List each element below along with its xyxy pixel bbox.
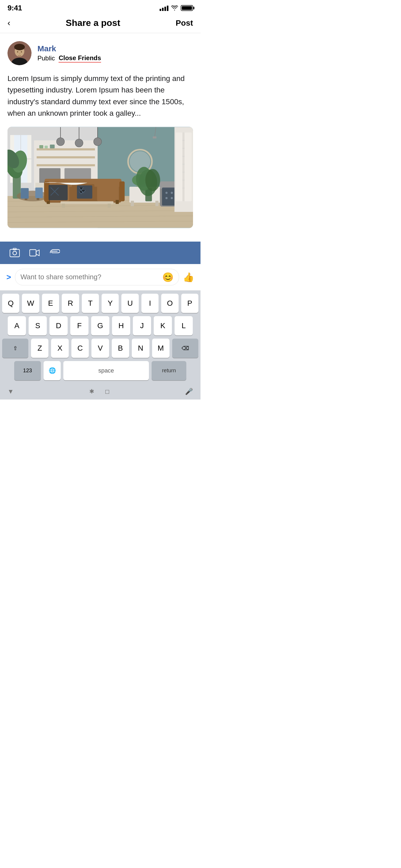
toolbar (0, 242, 201, 264)
key-s[interactable]: S (29, 316, 47, 335)
svg-point-95 (13, 251, 17, 255)
svg-rect-49 (49, 185, 68, 200)
keyboard-row-2: A S D F G H J K L (2, 316, 198, 335)
key-globe[interactable]: 🌐 (43, 361, 61, 380)
post-button[interactable]: Post (176, 19, 193, 28)
key-return[interactable]: return (152, 361, 186, 380)
svg-rect-38 (21, 188, 29, 198)
attachment-button[interactable] (49, 249, 60, 256)
svg-rect-93 (108, 204, 111, 208)
key-t[interactable]: T (82, 294, 99, 313)
svg-point-6 (21, 51, 22, 53)
svg-rect-44 (97, 184, 119, 201)
key-z[interactable]: Z (31, 339, 49, 358)
battery-icon (181, 5, 193, 11)
expand-button[interactable]: > (6, 273, 11, 282)
kb-icon-2: ◻ (105, 388, 110, 395)
svg-rect-17 (37, 148, 95, 151)
svg-rect-22 (50, 145, 55, 148)
photo-button[interactable] (10, 248, 20, 258)
wifi-icon (171, 5, 178, 11)
keyboard-bottom-bar: ▼ ✱ ◻ 🎤 (2, 383, 198, 400)
svg-rect-52 (131, 201, 134, 206)
nav-bar: ‹ Share a post Post (0, 14, 201, 33)
keyboard-bottom-left: ▼ (7, 388, 14, 395)
key-v[interactable]: V (91, 339, 109, 358)
key-h[interactable]: H (112, 316, 130, 335)
keyboard-bottom-right: 🎤 (185, 388, 193, 395)
keyboard-row-3: ⇧ Z X C V B N M ⌫ (2, 339, 198, 358)
key-r[interactable]: R (62, 294, 79, 313)
svg-point-66 (171, 197, 173, 199)
key-p[interactable]: P (181, 294, 198, 313)
post-image (7, 127, 193, 228)
page-title: Share a post (66, 18, 120, 28)
post-area: Mark Public Close Friends Lorem Ipsum is… (0, 33, 201, 242)
key-w[interactable]: W (22, 294, 39, 313)
status-icons (160, 5, 193, 11)
user-name-area: Mark Public Close Friends (37, 44, 101, 63)
user-name: Mark (37, 44, 101, 53)
svg-rect-53 (155, 201, 158, 206)
key-i[interactable]: I (142, 294, 158, 313)
key-shift[interactable]: ⇧ (2, 339, 28, 358)
keyboard: Q W E R T Y U I O P A S D F G H J K L ⇧ … (0, 290, 201, 400)
svg-rect-94 (10, 249, 20, 257)
key-q[interactable]: Q (2, 294, 19, 313)
svg-point-78 (94, 137, 101, 146)
like-button[interactable]: 👍 (183, 272, 194, 282)
video-button[interactable] (29, 249, 39, 257)
svg-rect-21 (44, 146, 48, 148)
comment-input[interactable] (21, 273, 159, 281)
signal-icon (160, 5, 168, 11)
key-m[interactable]: M (152, 339, 169, 358)
audience-friends-label[interactable]: Close Friends (59, 54, 101, 63)
svg-rect-39 (35, 187, 43, 198)
post-text: Lorem Ipsum is simply dummy text of the … (7, 73, 193, 119)
key-y[interactable]: Y (101, 294, 119, 313)
svg-point-65 (165, 197, 167, 199)
status-bar: 9:41 (0, 0, 201, 14)
svg-rect-48 (119, 181, 125, 201)
keyboard-row-4: 123 🌐 space return (2, 361, 198, 380)
audience-public-label[interactable]: Public (37, 55, 55, 62)
svg-rect-19 (37, 164, 95, 166)
key-backspace[interactable]: ⌫ (172, 339, 198, 358)
key-l[interactable]: L (175, 316, 193, 335)
keyboard-bottom-center: ✱ ◻ (89, 388, 110, 395)
comment-input-wrapper: 😊 (15, 269, 179, 285)
svg-rect-20 (39, 145, 43, 148)
svg-rect-92 (62, 204, 65, 208)
key-o[interactable]: O (161, 294, 178, 313)
key-a[interactable]: A (8, 316, 26, 335)
key-g[interactable]: G (91, 316, 109, 335)
svg-point-74 (56, 137, 64, 146)
key-j[interactable]: J (133, 316, 151, 335)
svg-rect-91 (60, 201, 113, 204)
key-b[interactable]: B (112, 339, 129, 358)
emoji-button[interactable]: 😊 (162, 272, 174, 282)
key-numbers[interactable]: 123 (14, 361, 41, 380)
key-space[interactable]: space (63, 361, 149, 380)
user-info: Mark Public Close Friends (7, 41, 193, 65)
key-f[interactable]: F (70, 316, 89, 335)
avatar (7, 41, 32, 65)
key-u[interactable]: U (121, 294, 138, 313)
key-e[interactable]: E (42, 294, 59, 313)
key-x[interactable]: X (51, 339, 68, 358)
key-d[interactable]: D (50, 316, 68, 335)
svg-point-62 (171, 192, 173, 194)
svg-rect-83 (182, 132, 184, 201)
svg-point-76 (75, 139, 83, 147)
key-k[interactable]: K (154, 316, 172, 335)
svg-point-72 (146, 169, 160, 191)
svg-point-3 (14, 44, 25, 50)
key-c[interactable]: C (71, 339, 89, 358)
svg-point-61 (165, 192, 167, 194)
svg-rect-97 (30, 250, 36, 256)
keyboard-row-1: Q W E R T Y U I O P (2, 294, 198, 313)
key-n[interactable]: N (132, 339, 149, 358)
svg-point-5 (17, 51, 18, 53)
back-button[interactable]: ‹ (7, 18, 10, 28)
svg-rect-80 (153, 136, 156, 138)
